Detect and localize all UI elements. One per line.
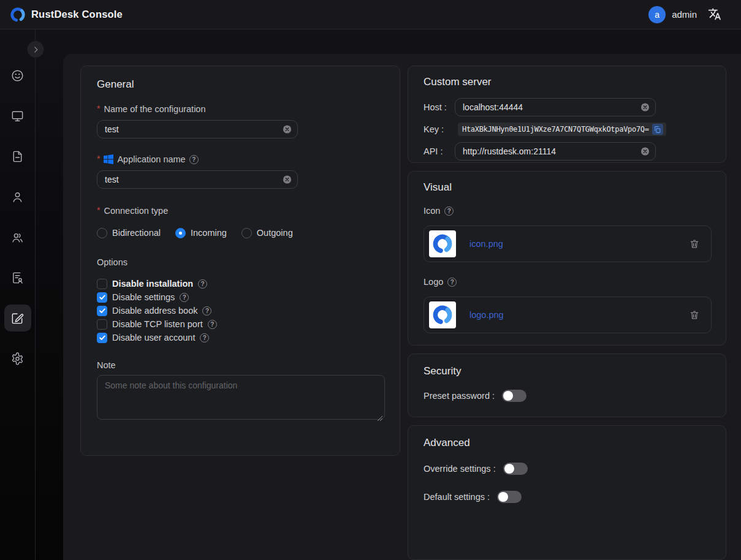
api-field bbox=[455, 142, 656, 161]
windows-icon bbox=[104, 154, 113, 164]
monitor-icon bbox=[10, 109, 25, 123]
custom-server-card: Custom server Host : Key : HtaXBkJNHyn0e… bbox=[408, 66, 726, 163]
main-panel: General * Name of the configuration * Ap… bbox=[36, 29, 741, 560]
sidebar-item-overview[interactable] bbox=[4, 62, 31, 89]
checkbox-disable-address-book[interactable]: Disable address book ? bbox=[97, 304, 384, 317]
radio-bidirectional[interactable]: Bidirectional bbox=[97, 228, 161, 238]
document-icon bbox=[10, 149, 25, 164]
visual-title: Visual bbox=[424, 181, 710, 194]
help-icon[interactable]: ? bbox=[200, 333, 209, 342]
app-name-field bbox=[97, 170, 298, 189]
general-title: General bbox=[97, 78, 384, 91]
checkbox-icon-checked[interactable] bbox=[97, 306, 107, 316]
help-icon[interactable]: ? bbox=[198, 279, 207, 289]
general-card: General * Name of the configuration * Ap… bbox=[80, 66, 400, 456]
sidebar-item-settings[interactable] bbox=[4, 345, 31, 372]
preset-password-label: Preset password : bbox=[424, 391, 495, 401]
radio-icon[interactable] bbox=[97, 228, 107, 238]
radio-icon-selected[interactable] bbox=[175, 228, 186, 238]
checkbox-icon[interactable] bbox=[97, 319, 107, 330]
config-name-input[interactable] bbox=[97, 121, 297, 138]
default-settings-row: Default settings : bbox=[424, 488, 710, 505]
api-input[interactable] bbox=[455, 143, 655, 160]
gear-icon bbox=[10, 352, 25, 366]
avatar[interactable]: a bbox=[648, 6, 666, 23]
host-input[interactable] bbox=[455, 99, 655, 116]
users-icon bbox=[10, 230, 25, 244]
checkbox-icon-checked[interactable] bbox=[97, 292, 107, 303]
sidebar-item-groups[interactable] bbox=[4, 224, 31, 251]
preset-password-toggle[interactable] bbox=[502, 390, 526, 402]
preset-password-row: Preset password : bbox=[424, 387, 710, 404]
key-label: Key : bbox=[424, 124, 455, 134]
help-icon[interactable]: ? bbox=[189, 155, 199, 164]
host-field bbox=[455, 98, 656, 116]
icon-thumbnail bbox=[429, 230, 456, 257]
connection-type-group: Bidirectional Incoming Outgoing bbox=[97, 227, 384, 239]
required-asterisk: * bbox=[97, 207, 100, 213]
copy-icon[interactable] bbox=[652, 124, 663, 135]
sidebar-item-address-books[interactable] bbox=[4, 264, 31, 291]
sidebar-item-audit[interactable] bbox=[4, 143, 31, 170]
options-label: Options bbox=[97, 257, 384, 267]
rustdesk-logo-icon bbox=[431, 233, 454, 255]
sidebar-item-users[interactable] bbox=[4, 183, 31, 210]
advanced-title: Advanced bbox=[424, 437, 710, 449]
security-card: Security Preset password : bbox=[408, 354, 726, 417]
rustdesk-logo-icon bbox=[10, 7, 26, 23]
help-icon[interactable]: ? bbox=[180, 293, 189, 302]
config-name-field bbox=[97, 120, 298, 138]
logo-file-link[interactable]: logo.png bbox=[469, 310, 504, 320]
logo-upload-row: logo.png bbox=[424, 297, 712, 333]
icon-file-link[interactable]: icon.png bbox=[469, 239, 503, 249]
help-icon[interactable]: ? bbox=[202, 306, 211, 316]
required-asterisk: * bbox=[97, 156, 100, 162]
override-settings-toggle[interactable] bbox=[503, 463, 528, 475]
host-label: Host : bbox=[424, 102, 455, 112]
key-value: HtaXBkJNHyn0e1U1jWXze7A7CN7QTGWqxkOtpaVp… bbox=[462, 125, 649, 134]
radio-incoming[interactable]: Incoming bbox=[175, 228, 227, 238]
chevron-right-icon bbox=[31, 45, 40, 54]
checkbox-disable-tcp-listen-port[interactable]: Disable TCP listen port ? bbox=[97, 317, 384, 331]
override-settings-row: Override settings : bbox=[424, 460, 710, 477]
radio-icon[interactable] bbox=[241, 228, 252, 238]
app-name-input[interactable] bbox=[97, 171, 297, 188]
clear-icon[interactable] bbox=[640, 103, 650, 112]
sidebar-item-custom-clients[interactable] bbox=[4, 305, 31, 331]
advanced-card: Advanced Override settings : Default set… bbox=[408, 425, 726, 560]
clear-icon[interactable] bbox=[283, 125, 292, 134]
checkbox-disable-settings[interactable]: Disable settings ? bbox=[97, 290, 384, 304]
trash-icon[interactable] bbox=[689, 309, 700, 321]
app-title: RustDesk Console bbox=[31, 9, 123, 20]
config-name-label: * Name of the configuration bbox=[97, 103, 384, 115]
connection-type-label: * Connection type bbox=[97, 205, 384, 217]
help-icon[interactable]: ? bbox=[447, 278, 457, 287]
default-settings-label: Default settings : bbox=[424, 492, 490, 502]
logo-label: Logo ? bbox=[424, 276, 710, 288]
checkbox-disable-installation[interactable]: Disable installation ? bbox=[97, 277, 384, 290]
key-row: Key : HtaXBkJNHyn0e1U1jWXze7A7CN7QTGWqxk… bbox=[424, 123, 710, 136]
clear-icon[interactable] bbox=[283, 175, 292, 184]
clear-icon[interactable] bbox=[640, 147, 650, 156]
user-menu[interactable]: a admin bbox=[648, 6, 697, 23]
checkbox-disable-user-account[interactable]: Disable user account ? bbox=[97, 331, 384, 344]
help-icon[interactable]: ? bbox=[444, 206, 454, 216]
options-list: Disable installation ? Disable settings … bbox=[97, 277, 384, 344]
help-icon[interactable]: ? bbox=[208, 320, 217, 329]
sidebar-expand-button[interactable] bbox=[28, 41, 44, 58]
user-icon bbox=[10, 190, 25, 204]
checkbox-icon-checked[interactable] bbox=[97, 333, 107, 343]
username: admin bbox=[672, 9, 697, 20]
trash-icon[interactable] bbox=[689, 238, 700, 250]
visual-card: Visual Icon ? icon.png bbox=[408, 171, 726, 346]
note-label: Note bbox=[97, 360, 384, 370]
sidebar-item-devices[interactable] bbox=[4, 102, 31, 129]
key-value-chip: HtaXBkJNHyn0e1U1jWXze7A7CN7QTGWqxkOtpaVp… bbox=[458, 123, 666, 136]
note-textarea[interactable] bbox=[97, 375, 385, 420]
checkbox-icon[interactable] bbox=[97, 279, 107, 289]
radio-outgoing[interactable]: Outgoing bbox=[241, 228, 293, 238]
default-settings-toggle[interactable] bbox=[497, 491, 522, 503]
edit-icon bbox=[10, 311, 25, 325]
translate-icon[interactable] bbox=[708, 7, 723, 22]
icon-label: Icon ? bbox=[424, 205, 710, 217]
